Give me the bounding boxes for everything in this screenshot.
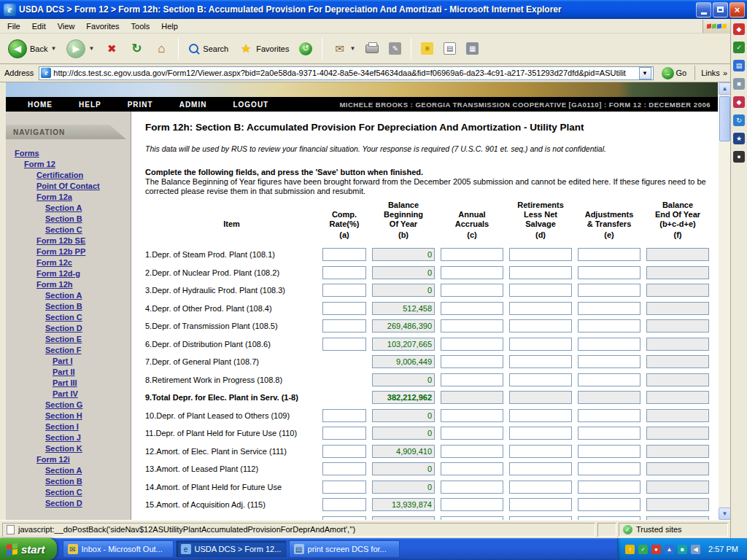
adjustments-input[interactable] [578, 266, 640, 279]
comp-rate-input[interactable] [322, 409, 366, 422]
forward-button[interactable]: ▶ ▼ [63, 37, 98, 61]
edit-button[interactable]: ✎ [385, 40, 405, 57]
sidebar-item[interactable]: Section A [6, 203, 131, 214]
minimize-button[interactable] [696, 2, 711, 18]
retirements-input[interactable] [509, 445, 572, 458]
annual-accruals-input[interactable] [441, 427, 503, 440]
address-input[interactable]: e http://dcs.test.sc.egov.usda.gov/Form1… [39, 66, 653, 80]
taskbar-window-button[interactable]: ▤ print screen DCS for... [289, 540, 400, 558]
sidebar-item[interactable]: Form 12 [6, 159, 131, 170]
dock-icon[interactable]: ★ [733, 133, 745, 144]
dock-icon[interactable]: ◆ [733, 23, 745, 35]
tray-icon[interactable]: ▲ [665, 545, 674, 554]
sidebar-item[interactable]: Form 12b SE [6, 236, 131, 246]
sidebar-item[interactable]: Section A [6, 465, 131, 476]
comp-rate-input[interactable] [322, 248, 366, 261]
sidebar-item[interactable]: Form 12b PP [6, 246, 131, 257]
sidebar-item[interactable]: Section B [6, 214, 131, 225]
menu-item[interactable]: Help [155, 20, 184, 32]
sidebar-item[interactable]: Section C [6, 225, 131, 236]
menu-item[interactable]: Favorites [80, 20, 125, 32]
retirements-input[interactable] [509, 319, 572, 332]
tray-icon[interactable]: ✓ [638, 545, 648, 554]
sidebar-item[interactable]: Form 12i [6, 454, 131, 465]
retirements-input[interactable] [509, 427, 572, 440]
annual-accruals-input[interactable] [441, 462, 503, 475]
home-button[interactable]: ⌂ [150, 39, 172, 58]
history-button[interactable]: ↺ [295, 40, 316, 58]
favorites-button[interactable]: ★ Favorites [235, 39, 293, 58]
search-button[interactable]: Search [185, 41, 232, 57]
annual-accruals-input[interactable] [441, 284, 503, 297]
adjustments-input[interactable] [578, 355, 640, 368]
adjustments-input[interactable] [578, 391, 640, 404]
adjustments-input[interactable] [578, 302, 640, 315]
taskbar-window-button[interactable]: e USDA DCS > Form 12... [176, 540, 287, 558]
dock-icon[interactable]: ● [733, 151, 745, 163]
sidebar-item[interactable]: Section F [6, 345, 131, 356]
retirements-input[interactable] [509, 355, 572, 368]
site-nav-item[interactable]: HOME [28, 101, 53, 109]
refresh-button[interactable]: ↻ [125, 39, 147, 58]
menu-item[interactable]: Tools [125, 20, 156, 32]
forward-dropdown-icon[interactable]: ▼ [88, 45, 94, 52]
sidebar-item[interactable]: Section D [6, 498, 131, 509]
tray-icon[interactable]: ! [625, 545, 635, 554]
retirements-input[interactable] [509, 373, 572, 386]
tray-icon[interactable]: ■ [678, 545, 687, 554]
annual-accruals-input[interactable] [441, 373, 503, 386]
print-button[interactable] [362, 42, 382, 55]
sidebar-item[interactable]: Section C [6, 312, 131, 323]
adjustments-input[interactable] [578, 338, 640, 351]
adjustments-input[interactable] [578, 481, 640, 494]
back-dropdown-icon[interactable]: ▼ [50, 45, 56, 52]
adjustments-input[interactable] [578, 445, 640, 458]
adjustments-input[interactable] [578, 284, 640, 297]
site-nav-item[interactable]: HELP [79, 101, 101, 109]
sidebar-item[interactable]: Part I [6, 356, 131, 367]
tray-icon[interactable]: ● [651, 545, 661, 554]
back-button[interactable]: ◀ Back ▼ [4, 37, 60, 61]
retirements-input[interactable] [509, 409, 572, 422]
sidebar-item[interactable]: Section I [6, 421, 131, 432]
sidebar-item[interactable]: Section D [6, 323, 131, 334]
comp-rate-input[interactable] [322, 498, 366, 511]
adjustments-input[interactable] [578, 409, 640, 422]
research-button[interactable]: ▦ [462, 40, 482, 57]
sidebar-item[interactable]: Part II [6, 367, 131, 378]
links-bar[interactable]: Links » [694, 66, 727, 80]
restore-button[interactable] [713, 2, 728, 18]
comp-rate-input[interactable] [322, 427, 366, 440]
retirements-input[interactable] [509, 266, 572, 279]
adjustments-input[interactable] [578, 498, 640, 511]
site-nav-item[interactable]: ADMIN [179, 101, 207, 109]
annual-accruals-input[interactable] [441, 355, 503, 368]
scroll-down-icon[interactable]: ▼ [719, 508, 731, 520]
mail-button[interactable]: ✉ ▼ [328, 39, 359, 58]
sidebar-item[interactable]: Section G [6, 400, 131, 411]
annual-accruals-input[interactable] [441, 319, 503, 332]
annual-accruals-input[interactable] [441, 266, 503, 279]
site-nav-item[interactable]: PRINT [128, 101, 153, 109]
stop-button[interactable]: ✖ [101, 39, 123, 58]
sidebar-item[interactable]: Section E [6, 334, 131, 345]
links-chevron-icon[interactable]: » [723, 69, 727, 77]
menu-item[interactable]: File [1, 20, 26, 32]
scroll-up-icon[interactable]: ▲ [719, 82, 731, 95]
site-nav-item[interactable]: LOGOUT [233, 101, 268, 109]
adjustments-input[interactable] [578, 462, 640, 475]
dock-icon[interactable]: ✓ [733, 42, 745, 53]
retirements-input[interactable] [509, 284, 572, 297]
retirements-input[interactable] [509, 248, 572, 261]
comp-rate-input[interactable] [322, 481, 366, 494]
comp-rate-input[interactable] [322, 445, 366, 458]
sidebar-item[interactable]: Section H [6, 411, 131, 421]
menu-item[interactable]: View [52, 20, 81, 32]
mail-dropdown-icon[interactable]: ▼ [349, 45, 355, 52]
sidebar-item[interactable]: Form 12c [6, 257, 131, 268]
sidebar-item[interactable]: Section B [6, 301, 131, 312]
dock-icon[interactable]: ▤ [733, 60, 745, 71]
sidebar-item[interactable]: Form 12a [6, 192, 131, 203]
address-dropdown-icon[interactable]: ▼ [639, 67, 651, 79]
sidebar-item[interactable]: Form 12d-g [6, 268, 131, 279]
